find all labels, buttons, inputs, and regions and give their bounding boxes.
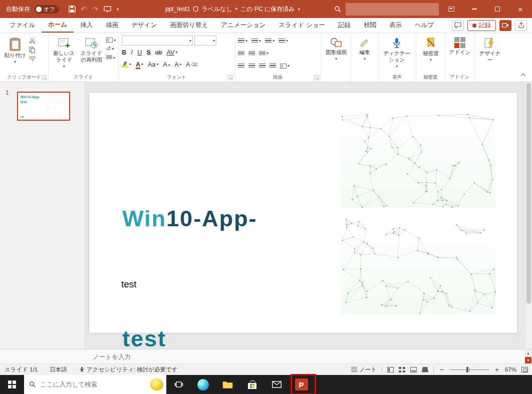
tab-record[interactable]: 記録 xyxy=(332,18,357,33)
search-highlight-icon[interactable] xyxy=(150,378,163,390)
notes-pane[interactable]: ノートを入力 ▲ ▼ xyxy=(0,349,532,363)
taskbar-search-input[interactable] xyxy=(40,381,146,388)
underline-button[interactable]: U xyxy=(137,49,142,56)
zoom-level[interactable]: 67% xyxy=(505,366,516,372)
slide-image-1[interactable] xyxy=(341,114,496,208)
slide-sorter-view-button[interactable] xyxy=(399,367,405,372)
file-explorer-button[interactable] xyxy=(215,375,240,394)
accessibility-checker[interactable]: アクセシビリティ: 検討が必要です xyxy=(79,366,178,373)
fit-to-window-button[interactable] xyxy=(521,367,528,372)
convert-smartart-button[interactable]: ▾ xyxy=(280,64,290,69)
tab-design[interactable]: デザイン xyxy=(125,18,163,33)
font-dialog-launcher[interactable]: ↘ xyxy=(228,75,233,80)
label-badge[interactable]: ラベルなし xyxy=(201,5,232,14)
tab-review[interactable]: 校閲 xyxy=(357,18,383,33)
slideshow-view-button[interactable] xyxy=(422,367,428,372)
decrease-indent-button[interactable] xyxy=(238,51,244,56)
tab-file[interactable]: ファイル xyxy=(3,18,42,33)
collapse-ribbon-icon[interactable] xyxy=(521,74,526,79)
zoom-slider[interactable] xyxy=(450,366,489,373)
maximize-button[interactable] xyxy=(486,0,509,18)
reading-view-button[interactable] xyxy=(410,367,417,372)
reuse-slides-button[interactable]: スライドの再利用 xyxy=(79,36,104,74)
slide-thumbnail-panel[interactable]: 1 Win10-App- test test xyxy=(0,82,85,349)
font-size-combo[interactable]: ▾ xyxy=(194,36,216,46)
numbering-button[interactable]: ▾ xyxy=(251,39,261,44)
next-slide-button[interactable]: ▼ xyxy=(525,357,531,363)
paste-button[interactable]: 貼り付け ▾ xyxy=(3,36,27,74)
justify-button[interactable] xyxy=(270,64,276,69)
text-direction-button[interactable]: ▾ xyxy=(279,39,288,44)
font-name-combo[interactable]: ▾ xyxy=(122,36,193,46)
tab-draw[interactable]: 描画 xyxy=(99,18,125,33)
microsoft-store-button[interactable] xyxy=(240,375,264,394)
camera-button[interactable] xyxy=(499,20,511,31)
record-button[interactable]: 記録 xyxy=(467,20,496,31)
change-case-button[interactable]: Aa▾ xyxy=(148,61,158,68)
addins-button[interactable]: アドイン xyxy=(448,36,471,74)
cut-button[interactable] xyxy=(29,38,36,44)
paragraph-dialog-launcher[interactable]: ↘ xyxy=(314,75,319,80)
bold-button[interactable]: B xyxy=(122,49,126,56)
save-status[interactable]: この PC に保存済み xyxy=(240,5,295,14)
layout-button[interactable]: ▾ xyxy=(106,38,116,43)
tab-help[interactable]: ヘルプ xyxy=(408,18,440,33)
save-icon[interactable] xyxy=(69,6,76,13)
bullets-button[interactable]: ▾ xyxy=(238,39,247,44)
customize-qat-icon[interactable]: ▾ xyxy=(117,7,119,12)
align-left-button[interactable] xyxy=(238,64,244,69)
start-button[interactable] xyxy=(0,375,24,394)
italic-button[interactable]: I xyxy=(131,49,133,56)
increase-indent-button[interactable] xyxy=(248,51,255,56)
powerpoint-taskbar-button[interactable]: P xyxy=(289,375,314,394)
tab-view[interactable]: 表示 xyxy=(383,18,408,33)
undo-icon[interactable]: ↶ xyxy=(81,6,87,13)
increase-font-button[interactable]: A▴ xyxy=(163,61,170,68)
highlight-button[interactable]: ▾ xyxy=(122,62,131,68)
character-spacing-button[interactable]: AV ▾ xyxy=(166,49,177,56)
clipboard-dialog-launcher[interactable]: ↘ xyxy=(42,75,47,80)
format-painter-button[interactable] xyxy=(29,56,36,62)
slide-counter[interactable]: スライド 1/1 xyxy=(5,366,38,373)
chevron-down-icon[interactable]: ▾ xyxy=(298,7,300,12)
search-field[interactable] xyxy=(346,3,439,16)
font-color-button[interactable]: A▾ xyxy=(136,61,143,68)
taskbar-search-box[interactable] xyxy=(24,375,166,394)
tab-home[interactable]: ホーム xyxy=(42,18,74,33)
slide-image-2[interactable] xyxy=(341,219,496,314)
mail-button[interactable] xyxy=(264,375,289,394)
reset-slide-button[interactable]: ↺▾ xyxy=(106,46,116,52)
search-icon[interactable] xyxy=(334,6,342,13)
start-slideshow-icon[interactable] xyxy=(104,6,111,13)
line-spacing-button[interactable]: ▾ xyxy=(265,39,275,44)
strikethrough-button[interactable]: ab xyxy=(155,49,162,56)
section-button[interactable]: ▾ xyxy=(106,55,116,60)
tab-insert[interactable]: 挿入 xyxy=(74,18,99,33)
slide-thumbnail[interactable]: Win10-App- test test xyxy=(17,92,70,121)
ribbon-display-options-button[interactable] xyxy=(440,0,463,18)
designer-button[interactable]: デザイナー xyxy=(477,36,502,74)
copy-button[interactable] xyxy=(29,47,36,53)
new-slide-button[interactable]: 新しいスライド ▾ xyxy=(52,36,77,74)
columns-button[interactable]: ▾ xyxy=(259,51,269,56)
previous-slide-button[interactable]: ▲ xyxy=(525,350,531,356)
zoom-slider-thumb[interactable] xyxy=(466,367,468,372)
zoom-in-button[interactable]: + xyxy=(494,366,500,373)
comments-button[interactable] xyxy=(452,20,464,31)
vertical-scrollbar[interactable] xyxy=(525,82,532,349)
notes-toggle-button[interactable]: ノート xyxy=(351,366,377,373)
tab-transitions[interactable]: 画面切り替え xyxy=(163,18,214,33)
align-center-button[interactable] xyxy=(248,64,255,69)
editing-button[interactable]: 編集 ▾ xyxy=(354,36,375,74)
task-view-button[interactable] xyxy=(166,375,191,394)
slide[interactable]: Win10-App- test test xyxy=(89,93,517,333)
tab-slideshow[interactable]: スライド ショー xyxy=(272,18,332,33)
sensitivity-button[interactable]: 秘密度 ▾ xyxy=(419,36,442,74)
normal-view-button[interactable] xyxy=(387,367,394,372)
close-button[interactable]: × xyxy=(509,0,532,18)
language-indicator[interactable]: 日本語 xyxy=(50,366,67,373)
share-button[interactable] xyxy=(515,20,527,31)
autosave-toggle[interactable]: オフ xyxy=(35,5,59,14)
minimize-button[interactable] xyxy=(463,0,486,18)
clear-formatting-button[interactable]: A⌫ xyxy=(186,61,197,68)
